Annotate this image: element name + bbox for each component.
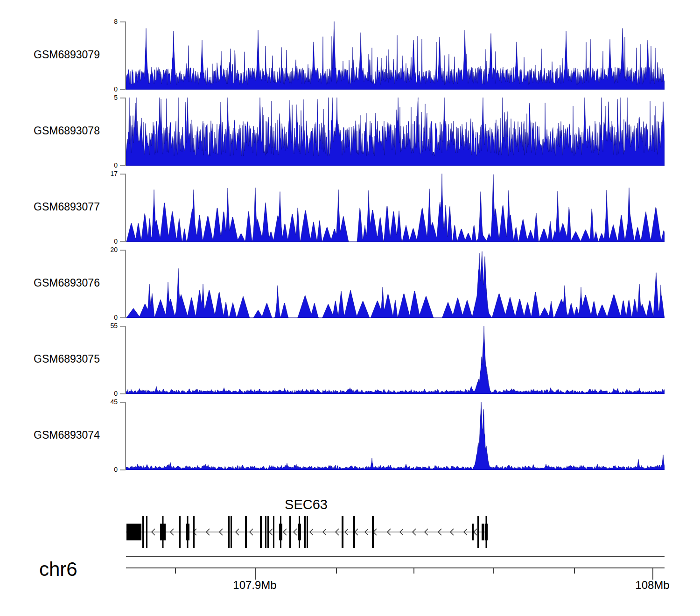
track-ymin-label: 0: [90, 85, 118, 93]
genome-coverage-figure: GSM689307980GSM689307850GSM6893077170GSM…: [0, 0, 700, 616]
coverage-signal: [126, 174, 665, 242]
track-ymin-label: 0: [90, 390, 118, 397]
gene-exon: [193, 516, 195, 548]
gene-exon: [142, 516, 144, 548]
gene-exon: [353, 516, 355, 548]
gene-exon: [231, 516, 232, 548]
coverage-signal: [126, 326, 665, 394]
ruler-major-tick: [652, 568, 653, 580]
track-ymin-label: 0: [90, 466, 118, 473]
gene-exon: [273, 516, 274, 548]
gene-exon: [179, 516, 181, 548]
gene-exon: [485, 524, 488, 540]
ruler-axis-line: [126, 567, 665, 568]
ruler-minor-tick: [413, 568, 414, 574]
gene-name-label: SEC63: [250, 497, 362, 512]
gene-exon: [260, 516, 262, 548]
track-ymin-label: 0: [90, 161, 118, 169]
ruler-minor-tick: [336, 568, 337, 574]
gene-exon: [482, 524, 484, 540]
track-ymax-label: 45: [90, 398, 118, 406]
gene-exon: [265, 516, 266, 548]
gene-exon: [477, 516, 479, 548]
signal-area: [126, 98, 665, 166]
track-ymin-label: 0: [90, 238, 118, 245]
gene-exon: [267, 516, 269, 548]
track-label: GSM6893079: [34, 49, 122, 61]
track-ymin-label: 0: [90, 314, 118, 321]
gene-exon: [126, 524, 141, 540]
signal-area: [126, 402, 665, 470]
gene-exon: [304, 516, 306, 548]
ruler-major-tick: [255, 568, 256, 580]
track-label: GSM6893076: [34, 277, 122, 289]
signal-area: [126, 21, 665, 90]
track-ymax-label: 8: [90, 18, 118, 25]
gene-exon: [472, 524, 474, 540]
coverage-signal: [126, 21, 665, 90]
gene-exon: [372, 516, 374, 548]
track-label: GSM6893075: [34, 353, 122, 365]
chromosome-label: chr6: [39, 558, 77, 581]
track-label: GSM6893077: [34, 201, 122, 213]
track-ymax-label: 20: [90, 246, 118, 253]
gene-exon: [245, 516, 247, 548]
coverage-signal: [126, 402, 665, 470]
gene-exon: [298, 524, 301, 540]
track-label: GSM6893078: [34, 125, 122, 137]
coverage-signal: [126, 250, 665, 318]
ruler-minor-tick: [574, 568, 575, 574]
gene-exon: [186, 524, 189, 540]
track-ymax-label: 5: [90, 94, 118, 101]
gene-exon: [160, 524, 166, 540]
gene-exon: [289, 516, 291, 548]
track-ymax-label: 55: [90, 322, 118, 329]
chromosome-line: [126, 556, 665, 557]
ruler-minor-tick: [175, 568, 176, 574]
gene-exon: [228, 516, 230, 548]
track-label: GSM6893074: [34, 429, 122, 441]
gene-exon: [307, 516, 308, 548]
gene-exon: [279, 524, 282, 540]
track-ymax-label: 17: [90, 170, 118, 177]
ruler-minor-tick: [493, 568, 494, 574]
signal-area: [126, 252, 665, 318]
gene-exon: [342, 516, 343, 548]
ruler-tick-label: 107.9Mb: [208, 579, 301, 592]
gene-model-track: [126, 513, 667, 554]
signal-area: [126, 326, 665, 394]
signal-area: [126, 174, 665, 242]
gene-exon: [146, 516, 147, 548]
ruler-tick-label: 108Mb: [606, 579, 699, 592]
coverage-signal: [126, 98, 665, 166]
